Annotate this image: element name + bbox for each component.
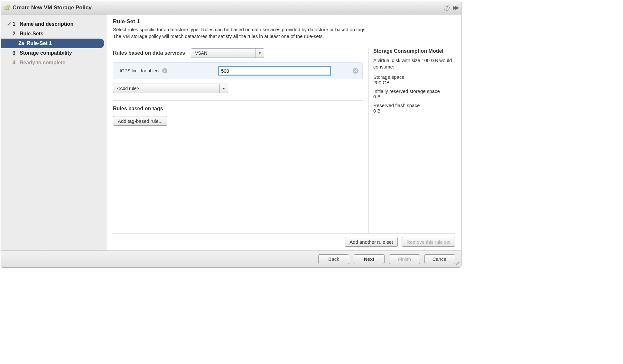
chevron-down-icon: ▼ <box>219 84 228 93</box>
main-header: Rule-Set 1 Select rules specific for a d… <box>113 18 455 40</box>
main-desc-2: The VM storage policy will match datasto… <box>113 33 455 40</box>
add-rule-select[interactable]: <Add rule> ▼ <box>113 84 228 93</box>
back-button[interactable]: Back <box>318 254 349 264</box>
data-services-value: VSAN <box>191 49 256 58</box>
cancel-button[interactable]: Cancel <box>424 254 455 264</box>
policy-icon <box>4 5 10 11</box>
tags-section-label: Rules based on tags <box>113 106 363 112</box>
resize-grip[interactable] <box>456 262 460 266</box>
content-columns: Rules based on data services VSAN ▼ IOPS… <box>113 48 455 233</box>
rules-column: Rules based on data services VSAN ▼ IOPS… <box>113 48 363 233</box>
add-rule-set-button[interactable]: Add another rule set <box>345 237 398 247</box>
step-ready-to-complete: 4 Ready to complete <box>1 58 107 68</box>
divider <box>113 100 363 101</box>
metric-initially-reserved: Initially reserved storage space 0 B <box>373 88 455 99</box>
substep-rule-set-1[interactable]: 2a Rule-Set 1 <box>1 39 104 48</box>
consumption-panel: Storage Consumption Model A virtual disk… <box>368 48 455 233</box>
divider <box>113 43 455 43</box>
add-rule-label: <Add rule> <box>113 84 219 93</box>
wizard-window: Create New VM Storage Policy ? ▶▶ ✔ 1 Na… <box>1 1 461 268</box>
data-services-row: Rules based on data services VSAN ▼ <box>113 48 363 58</box>
chevron-down-icon: ▼ <box>256 49 264 58</box>
titlebar: Create New VM Storage Policy ? ▶▶ <box>1 1 461 14</box>
rule-iops-limit: IOPS limit for object i ✕ <box>113 62 363 79</box>
help-icon[interactable]: ? <box>444 5 450 11</box>
step-storage-compatibility[interactable]: 3 Storage compatibility <box>1 48 107 58</box>
ruleset-actions: Add another rule set Remove this rule se… <box>113 233 455 250</box>
step-name-description[interactable]: ✔ 1 Name and description <box>1 19 107 29</box>
add-tag-rule-button[interactable]: Add tag-based rule... <box>113 116 167 126</box>
consumption-heading: Storage Consumption Model <box>373 48 455 54</box>
data-services-select[interactable]: VSAN ▼ <box>191 48 264 58</box>
wizard-body: ✔ 1 Name and description 2 Rule-Sets 2a … <box>1 14 461 250</box>
info-icon[interactable]: i <box>162 68 167 73</box>
iops-limit-input[interactable] <box>218 66 331 76</box>
metric-storage-space: Storage space 200 GB <box>373 74 455 85</box>
wizard-footer: Back Next Finish Cancel <box>1 250 461 267</box>
consumption-intro: A virtual disk with size 100 GB would co… <box>373 57 455 70</box>
step-rule-sets[interactable]: 2 Rule-Sets <box>1 29 107 39</box>
check-icon: ✔ <box>7 21 11 27</box>
finish-button: Finish <box>389 254 420 264</box>
wizard-sidebar: ✔ 1 Name and description 2 Rule-Sets 2a … <box>1 14 107 250</box>
metric-reserved-flash: Reserved flash space 0 B <box>373 103 455 114</box>
expand-icon[interactable]: ▶▶ <box>453 5 458 11</box>
main-desc-1: Select rules specific for a datastore ty… <box>113 26 455 33</box>
wizard-main: Rule-Set 1 Select rules specific for a d… <box>107 14 461 250</box>
next-button[interactable]: Next <box>354 254 385 264</box>
remove-rule-set-button: Remove this rule set <box>402 237 455 247</box>
main-heading: Rule-Set 1 <box>113 18 455 25</box>
window-title: Create New VM Storage Policy <box>13 5 444 11</box>
data-services-label: Rules based on data services <box>113 50 185 56</box>
rule-label: IOPS limit for object i <box>117 68 214 73</box>
remove-rule-icon[interactable]: ✕ <box>353 68 358 74</box>
